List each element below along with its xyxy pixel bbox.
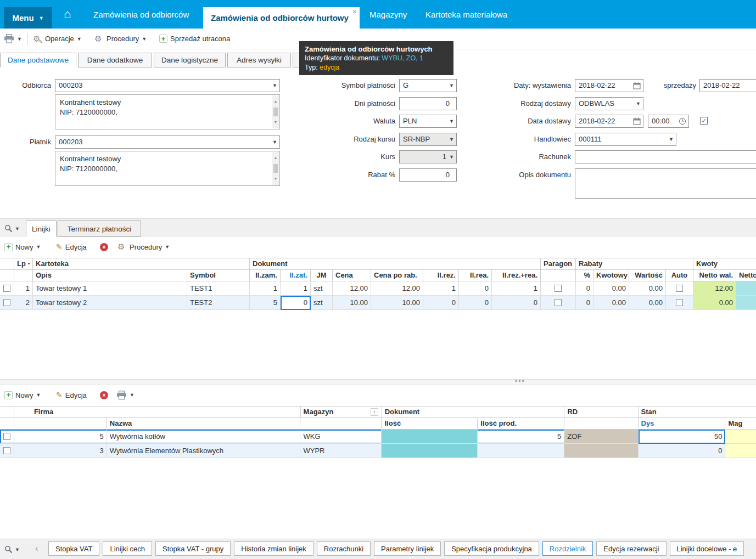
header-ilosc[interactable]: Ilość (382, 418, 478, 430)
cell-symbol[interactable]: TEST2 (187, 296, 250, 310)
scroll-thumb[interactable] (273, 108, 278, 116)
symbol-platnosci-select[interactable]: G ▼ (399, 79, 457, 92)
cell-il-rez-rea[interactable]: 0 (492, 296, 541, 310)
header-rd[interactable]: RD (564, 406, 638, 418)
delete-button[interactable]: × (100, 385, 108, 405)
header-procent[interactable]: % (576, 270, 593, 281)
cell-num[interactable]: 5 (14, 430, 107, 444)
auto-checkbox[interactable] (676, 299, 683, 306)
tab-adres-wysylki[interactable]: Adres wysyłki (227, 53, 291, 67)
cell-il-zam[interactable]: 1 (250, 281, 281, 296)
scrollbar[interactable]: ▲ ▼ (272, 95, 279, 128)
scroll-thumb[interactable] (273, 164, 278, 173)
header-ilosc-prod[interactable]: Ilość prod. (478, 418, 564, 430)
print-button[interactable]: ▼ (4, 29, 22, 49)
header-magazyn[interactable]: Magazyn↑ (301, 406, 382, 418)
top-tab-kartoteka-materialowa[interactable]: Kartoteka materiałowa (425, 0, 507, 29)
cell-magazyn[interactable]: WYPR (300, 444, 382, 458)
cell-rd[interactable]: ZOF (564, 430, 638, 444)
splitter[interactable]: ••• (0, 379, 756, 385)
operacje-dropdown[interactable]: ⚙✎ Operacje ▼ (33, 29, 82, 49)
menu-button[interactable]: Menu ▼ (4, 7, 52, 29)
cell-dys[interactable]: 0 (639, 444, 726, 458)
cell-rd[interactable] (564, 444, 638, 458)
cell-dys-focused[interactable]: 50 (639, 430, 726, 444)
scroll-down-icon[interactable]: ▼ (274, 174, 278, 184)
cell-nazwa[interactable]: Wytwórnia kotłów (107, 430, 301, 444)
edycja-button[interactable]: ✎ Edycja (56, 237, 87, 257)
header-lp[interactable]: Lp▼ (14, 258, 33, 270)
procedury-dropdown[interactable]: ⚙ Procedury ▼ (94, 29, 147, 49)
cell-kwotowy[interactable]: 0.00 (593, 281, 629, 296)
scroll-down-icon[interactable]: ▼ (274, 117, 278, 127)
tab-linijki-docelowe[interactable]: Linijki docelowe - e (670, 541, 744, 556)
tab-stopka-vat-grupy[interactable]: Stopka VAT - grupy (155, 541, 231, 556)
cell-jm[interactable]: szt (311, 281, 333, 296)
auto-checkbox[interactable] (676, 285, 683, 292)
cell-ilosc[interactable] (382, 430, 478, 444)
cell-il-rez[interactable]: 0 (423, 296, 459, 310)
cell-il-rez[interactable]: 1 (423, 281, 459, 296)
tab-linijki-cech[interactable]: Linijki cech (103, 541, 152, 556)
odbiorca-select[interactable]: 000203 ▼ (55, 79, 280, 92)
tab-rozrachunki[interactable]: Rozrachunki (317, 541, 371, 556)
home-icon[interactable]: ⌂ (64, 0, 71, 29)
paragon-checkbox[interactable] (555, 285, 562, 292)
cell-il-zat-focused[interactable]: 0 (281, 296, 311, 310)
header-il-rez[interactable]: Il.rez. (423, 270, 459, 281)
header-kartoteka[interactable]: Kartoteka (33, 258, 250, 270)
cell-cena[interactable]: 12.00 (333, 281, 371, 296)
rachunek-input[interactable] (575, 150, 756, 163)
opis-dokumentu-textarea[interactable] (575, 168, 756, 199)
data-wystawienia-input[interactable]: 2018-02-22 (575, 79, 643, 92)
cell-nazwa[interactable]: Wytwórnia Elementów Plastikowych (107, 444, 301, 458)
cell-procent[interactable]: 0 (576, 281, 593, 296)
header-dys[interactable]: Dys (639, 418, 726, 430)
nowy-button[interactable]: + Nowy ▼ (4, 237, 41, 257)
delete-button[interactable]: × (100, 237, 108, 257)
procedury-button[interactable]: ⚙ Procedury ▼ (117, 237, 170, 257)
header-kwotowy[interactable]: Kwotowy (593, 270, 629, 281)
header-firma[interactable]: Firma (14, 406, 301, 418)
header-opis[interactable]: Opis (33, 270, 187, 281)
cell-il-zat[interactable]: 1 (281, 281, 311, 296)
top-tab-magazyny[interactable]: Magazyny (369, 0, 407, 29)
paragon-checkbox[interactable] (555, 299, 562, 306)
header-il-rea[interactable]: Il.rea. (459, 270, 492, 281)
cell-netto-wal[interactable]: 0.00 (693, 296, 736, 310)
cell-jm[interactable]: szt (311, 296, 333, 310)
waluta-select[interactable]: PLN ▼ (399, 115, 457, 128)
header-kwoty[interactable]: Kwoty (693, 258, 756, 270)
tab-edycja-rezerwacji[interactable]: Edycja rezerwacji (596, 541, 666, 556)
cell-wartosc[interactable]: 0.00 (629, 296, 666, 310)
cell-netto[interactable]: 1 (736, 281, 756, 296)
search-icon[interactable] (4, 545, 13, 554)
header-rabaty[interactable]: Rabaty (576, 258, 693, 270)
rabat-input[interactable]: 0 (399, 168, 457, 182)
lines-row-2[interactable]: 2 Towar testowy 2 TEST2 5 0 szt 10.00 10… (0, 296, 756, 310)
rodzaj-dostawy-select[interactable]: ODBWLAS ▼ (575, 97, 643, 110)
cell-ilosc-prod[interactable] (478, 444, 564, 458)
kurs-input[interactable]: 1 ▼ (399, 150, 457, 163)
chevron-down-icon[interactable]: ▼ (15, 547, 20, 552)
header-cena-po-rab[interactable]: Cena po rab. (371, 270, 423, 281)
cell-ilosc[interactable] (382, 444, 478, 458)
nowy-button[interactable]: + Nowy ▼ (4, 385, 41, 405)
cell-cena-po-rab[interactable]: 10.00 (371, 296, 423, 310)
rozdzielnik-row-2[interactable]: 3 Wytwórnia Elementów Plastikowych WYPR … (0, 444, 756, 458)
cell-ilosc-prod[interactable]: 5 (478, 430, 564, 444)
header-netto[interactable]: Netto (736, 270, 756, 281)
cell-netto-wal[interactable]: 12.00 (693, 281, 736, 296)
platnik-select[interactable]: 000203 ▼ (55, 135, 280, 149)
header-il-rez-rea[interactable]: Il.rez.+rea. (492, 270, 541, 281)
data-dostawy-checkbox[interactable]: ✓ (700, 117, 708, 125)
splitter-handle[interactable]: ••• (515, 377, 525, 385)
dni-platnosci-input[interactable]: 0 (399, 97, 457, 110)
row-checkbox[interactable] (3, 447, 10, 454)
cell-il-rez-rea[interactable]: 1 (492, 281, 541, 296)
lines-row-1[interactable]: 1 Towar testowy 1 TEST1 1 1 szt 12.00 12… (0, 281, 756, 296)
cell-symbol[interactable]: TEST1 (187, 281, 250, 296)
header-symbol[interactable]: Symbol (187, 270, 250, 281)
header-dokument[interactable]: Dokument (250, 258, 541, 270)
cell-wartosc[interactable]: 0.00 (629, 281, 666, 296)
